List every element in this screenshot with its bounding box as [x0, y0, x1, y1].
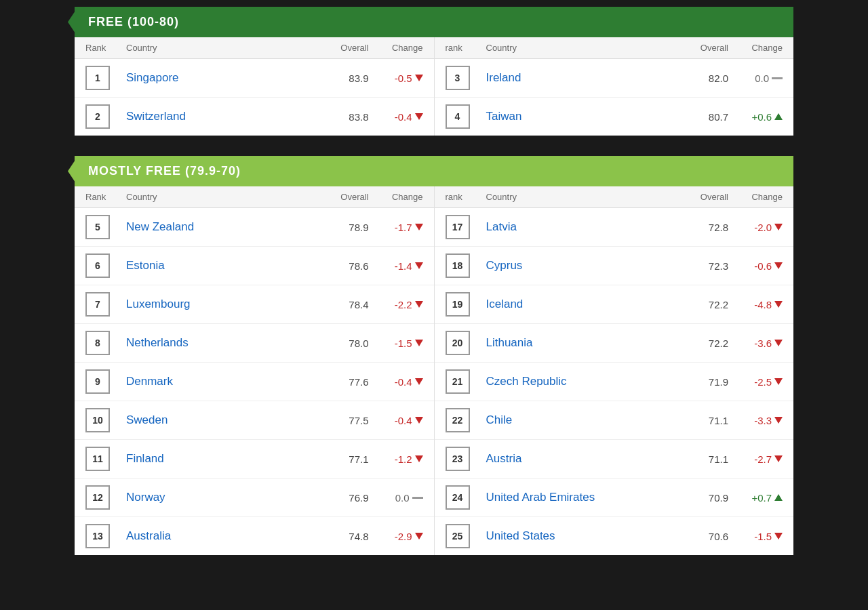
change-cell: -1.2 [369, 453, 423, 465]
change-cell: -0.5 [369, 73, 423, 84]
overall-score: 72.8 [674, 222, 728, 233]
arrow-down-icon [415, 113, 423, 120]
change-cell: -0.4 [369, 111, 423, 123]
change-cell: -0.4 [369, 376, 423, 388]
overall-score: 77.5 [315, 415, 369, 426]
arrow-down-icon [415, 301, 423, 308]
change-cell: -1.5 [369, 338, 423, 349]
overall-score: 77.1 [315, 453, 369, 465]
right-table: rank Country Overall Change 17 Latvia 72… [435, 186, 794, 555]
table-row: 19 Iceland 72.2 -4.8 [435, 285, 794, 324]
arrow-down-icon [415, 378, 423, 385]
arrow-down-icon [415, 340, 423, 346]
rank-header: Rank [85, 43, 126, 53]
overall-score: 83.9 [315, 73, 369, 84]
table-container: Rank Country Overall Change 1 Singapore … [75, 37, 793, 136]
table-row: 21 Czech Republic 71.9 -2.5 [435, 363, 794, 401]
country-name: Ireland [486, 71, 675, 85]
country-header: Country [126, 192, 315, 202]
country-header: Country [486, 192, 675, 202]
overall-score: 80.7 [674, 111, 728, 123]
change-cell: -2.9 [369, 531, 423, 542]
arrow-up-icon [774, 113, 783, 120]
right-table-header: rank Country Overall Change [435, 37, 794, 59]
table-row: 1 Singapore 83.9 -0.5 [75, 59, 434, 98]
dash-icon [412, 497, 423, 499]
rank-badge: 19 [446, 292, 486, 317]
overall-score: 72.3 [674, 260, 728, 272]
rank-badge: 24 [446, 485, 486, 510]
rank-badge: 12 [85, 485, 126, 510]
country-name: Australia [126, 529, 315, 543]
rank-header: rank [446, 192, 486, 202]
country-name: Finland [126, 452, 315, 466]
table-container: Rank Country Overall Change 5 New Zealan… [75, 186, 793, 555]
change-cell: -3.6 [728, 338, 783, 349]
overall-header: Overall [315, 43, 369, 53]
change-header: Change [728, 43, 783, 53]
change-cell: 0.0 [728, 73, 783, 84]
overall-score: 72.2 [674, 299, 728, 310]
section-header: FREE (100-80) [75, 7, 793, 37]
country-name: Netherlands [126, 336, 315, 350]
table-row: 10 Sweden 77.5 -0.4 [75, 401, 434, 440]
rank-badge: 9 [85, 369, 126, 394]
country-name: Sweden [126, 413, 315, 427]
arrow-down-icon [415, 417, 423, 424]
right-table-header: rank Country Overall Change [435, 186, 794, 208]
change-cell: -4.8 [728, 299, 783, 310]
rank-badge: 7 [85, 292, 126, 317]
left-table-header: Rank Country Overall Change [75, 186, 434, 208]
change-header: Change [369, 192, 423, 202]
arrow-down-icon [774, 533, 783, 540]
table-row: 20 Lithuania 72.2 -3.6 [435, 324, 794, 363]
rank-header: rank [446, 43, 486, 53]
rank-badge: 5 [85, 215, 126, 239]
section-free: FREE (100-80) Rank Country Overall Chang… [75, 7, 793, 136]
country-name: Iceland [486, 298, 675, 311]
change-cell: -2.7 [728, 453, 783, 465]
table-row: 25 United States 70.6 -1.5 [435, 517, 794, 555]
overall-score: 78.4 [315, 299, 369, 310]
change-cell: -1.7 [369, 222, 423, 233]
country-name: Singapore [126, 71, 315, 85]
table-row: 24 United Arab Emirates 70.9 +0.7 [435, 479, 794, 517]
rank-badge: 23 [446, 447, 486, 471]
rank-badge: 6 [85, 253, 126, 278]
rank-badge: 21 [446, 369, 486, 394]
country-name: Estonia [126, 259, 315, 272]
table-row: 5 New Zealand 78.9 -1.7 [75, 208, 434, 247]
table-row: 7 Luxembourg 78.4 -2.2 [75, 285, 434, 324]
change-cell: -2.5 [728, 376, 783, 388]
arrow-down-icon [774, 301, 783, 308]
overall-score: 70.9 [674, 492, 728, 504]
country-name: New Zealand [126, 220, 315, 234]
left-table: Rank Country Overall Change 1 Singapore … [75, 37, 435, 136]
rank-badge: 1 [85, 66, 126, 90]
change-cell: -3.3 [728, 415, 783, 426]
overall-score: 83.8 [315, 111, 369, 123]
section-mostly-free: MOSTLY FREE (79.9-70) Rank Country Overa… [75, 156, 793, 555]
table-row: 6 Estonia 78.6 -1.4 [75, 247, 434, 285]
arrow-down-icon [774, 262, 783, 269]
table-row: 2 Switzerland 83.8 -0.4 [75, 98, 434, 136]
page-container: FREE (100-80) Rank Country Overall Chang… [75, 7, 793, 603]
section-header: MOSTLY FREE (79.9-70) [75, 156, 793, 186]
change-cell: -0.4 [369, 415, 423, 426]
country-name: Norway [126, 491, 315, 504]
table-row: 17 Latvia 72.8 -2.0 [435, 208, 794, 247]
rank-badge: 4 [446, 104, 486, 129]
change-cell: 0.0 [369, 492, 423, 504]
table-row: 23 Austria 71.1 -2.7 [435, 440, 794, 479]
rank-badge: 17 [446, 215, 486, 239]
change-cell: +0.7 [728, 492, 783, 504]
country-name: Latvia [486, 220, 675, 234]
overall-score: 71.1 [674, 415, 728, 426]
rank-badge: 11 [85, 447, 126, 471]
overall-score: 78.0 [315, 338, 369, 349]
arrow-up-icon [774, 494, 783, 501]
left-table-header: Rank Country Overall Change [75, 37, 434, 59]
overall-score: 70.6 [674, 531, 728, 542]
arrow-down-icon [774, 224, 783, 230]
country-name: Cyprus [486, 259, 675, 272]
